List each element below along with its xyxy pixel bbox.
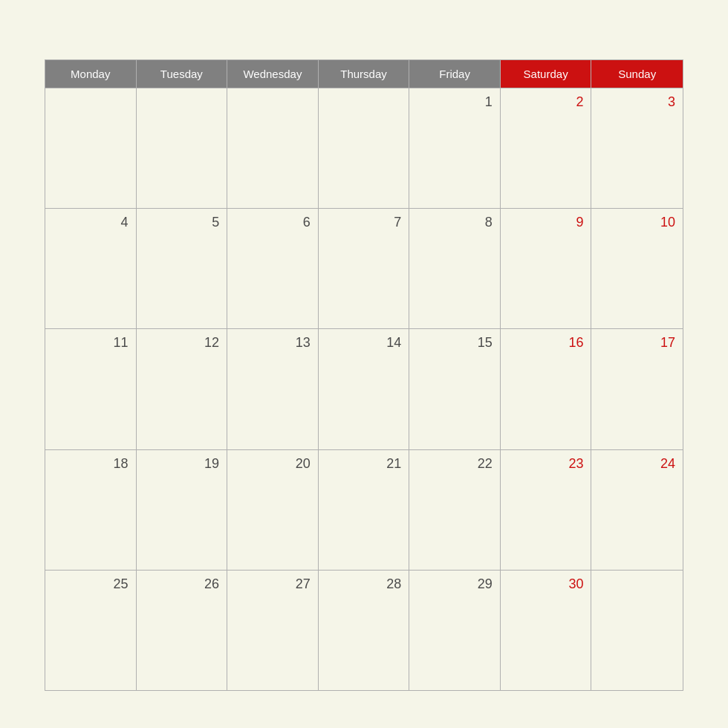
day-number: 8 <box>417 215 493 230</box>
day-cell: 6 <box>227 209 319 328</box>
day-number: 2 <box>508 94 584 110</box>
day-number: 27 <box>235 576 311 592</box>
day-header-thursday: Thursday <box>319 60 410 88</box>
day-cell: 7 <box>319 209 410 328</box>
day-cell: 5 <box>137 209 228 328</box>
calendar-container: MondayTuesdayWednesdayThursdayFridaySatu… <box>22 22 706 706</box>
day-number: 16 <box>508 335 584 351</box>
day-cell: 30 <box>501 571 592 690</box>
day-number: 12 <box>144 335 220 351</box>
day-header-monday: Monday <box>45 60 137 88</box>
week-row-1: 123 <box>45 88 683 208</box>
day-cell: 28 <box>319 571 410 690</box>
day-cell <box>227 88 319 208</box>
day-number: 30 <box>508 576 584 592</box>
weeks-container: 1234567891011121314151617181920212223242… <box>45 88 683 690</box>
day-cell: 3 <box>591 88 683 208</box>
day-number: 9 <box>508 215 584 230</box>
week-row-5: 252627282930 <box>45 570 683 690</box>
day-cell <box>591 571 683 690</box>
day-cell: 4 <box>45 209 137 328</box>
day-number: 4 <box>53 215 129 230</box>
day-cell: 8 <box>409 209 501 328</box>
day-header-tuesday: Tuesday <box>137 60 228 88</box>
day-cell: 11 <box>45 329 137 449</box>
day-cell: 20 <box>227 450 319 570</box>
day-number: 21 <box>326 456 402 472</box>
day-number: 10 <box>599 215 675 230</box>
day-cell: 9 <box>501 209 592 328</box>
day-cell: 15 <box>409 329 501 449</box>
day-number: 11 <box>53 335 129 351</box>
day-cell <box>137 88 228 208</box>
day-number: 26 <box>144 576 220 592</box>
day-number: 29 <box>417 576 493 592</box>
day-cell: 23 <box>501 450 592 570</box>
day-number: 17 <box>599 335 675 351</box>
day-number: 18 <box>53 456 129 472</box>
calendar-grid: MondayTuesdayWednesdayThursdayFridaySatu… <box>45 59 683 691</box>
day-number: 24 <box>599 456 675 472</box>
day-cell: 1 <box>409 88 501 208</box>
day-number: 25 <box>53 576 129 592</box>
day-cell: 24 <box>591 450 683 570</box>
day-cell: 19 <box>137 450 228 570</box>
day-number: 19 <box>144 456 220 472</box>
day-number: 6 <box>235 215 311 230</box>
day-cell: 2 <box>501 88 592 208</box>
day-cell <box>45 88 137 208</box>
day-headers-row: MondayTuesdayWednesdayThursdayFridaySatu… <box>45 60 683 88</box>
day-number: 23 <box>508 456 584 472</box>
day-cell: 29 <box>409 571 501 690</box>
day-number: 15 <box>417 335 493 351</box>
day-cell: 21 <box>319 450 410 570</box>
day-cell <box>319 88 410 208</box>
day-number: 13 <box>235 335 311 351</box>
day-cell: 25 <box>45 571 137 690</box>
day-cell: 18 <box>45 450 137 570</box>
day-cell: 14 <box>319 329 410 449</box>
day-header-sunday: Sunday <box>591 60 683 88</box>
day-cell: 13 <box>227 329 319 449</box>
week-row-2: 45678910 <box>45 208 683 328</box>
day-number: 5 <box>144 215 220 230</box>
day-cell: 22 <box>409 450 501 570</box>
day-cell: 26 <box>137 571 228 690</box>
day-header-wednesday: Wednesday <box>227 60 319 88</box>
day-header-friday: Friday <box>409 60 501 88</box>
day-cell: 27 <box>227 571 319 690</box>
week-row-4: 18192021222324 <box>45 449 683 570</box>
day-number: 14 <box>326 335 402 351</box>
day-number: 7 <box>326 215 402 230</box>
day-number: 28 <box>326 576 402 592</box>
day-header-saturday: Saturday <box>501 60 592 88</box>
day-number: 3 <box>599 94 675 110</box>
day-cell: 12 <box>137 329 228 449</box>
day-number: 1 <box>417 94 493 110</box>
day-cell: 17 <box>591 329 683 449</box>
day-number: 22 <box>417 456 493 472</box>
day-cell: 16 <box>501 329 592 449</box>
day-cell: 10 <box>591 209 683 328</box>
day-number: 20 <box>235 456 311 472</box>
week-row-3: 11121314151617 <box>45 328 683 449</box>
